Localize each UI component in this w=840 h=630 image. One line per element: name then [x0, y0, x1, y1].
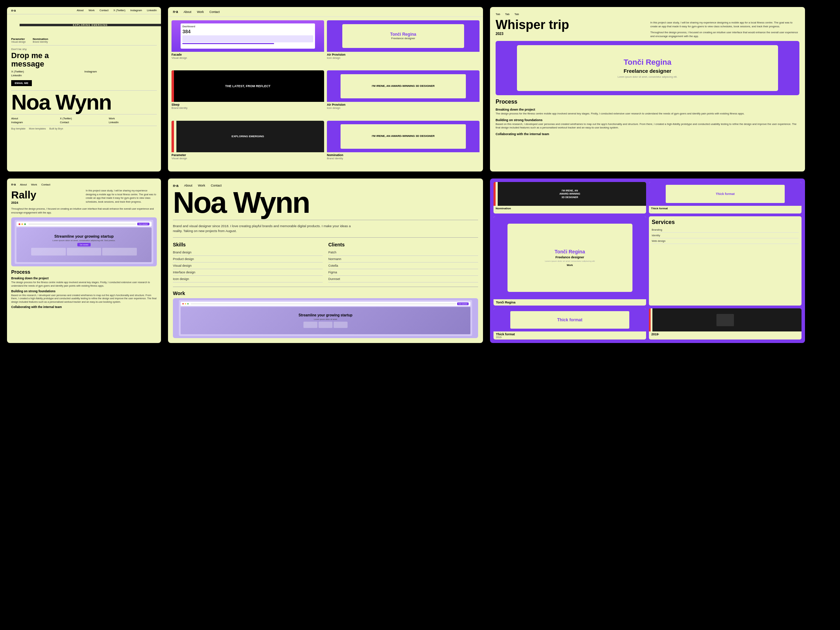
card1-nav-instagram[interactable]: Instagram	[130, 9, 142, 12]
noa-ss-1	[303, 322, 317, 328]
rally-desc-2: Throughout the design process, I focused…	[11, 207, 157, 215]
thumb-services[interactable]: Services Branding Identity Web design	[649, 216, 802, 306]
screen-nomination[interactable]: I'M IRENE, AN AWARD-WINNING 3D DESIGNER …	[327, 121, 480, 168]
rally-ss-row	[31, 248, 137, 256]
screen-facade[interactable]: Dashboard 384 Facade Visual design	[172, 20, 324, 68]
whisper-desc-right: In this project case study, I will be sh…	[650, 19, 799, 38]
param-yellow	[174, 121, 177, 152]
thumb-row-2: Tonči Regina Freelance designer Lorem ip…	[494, 216, 802, 306]
whisper-mock-role: Freelance designer	[624, 68, 672, 74]
rally-mockup: Get started Streamline your growing star…	[11, 217, 157, 266]
contact-section: Don't be shy Drop me a message X (Twitte…	[7, 46, 161, 90]
clients-column: Clients Patch Normann Cotella Figma Dunn…	[328, 242, 478, 283]
thumb-thick-big[interactable]: Thick format Thick format 2019·	[494, 308, 646, 339]
card2-nav-about[interactable]: About	[183, 10, 191, 14]
browser-cta: Get started	[137, 223, 150, 226]
thumb-dark-small[interactable]: 2019·	[649, 308, 802, 339]
card1-nav-linkedin[interactable]: LinkedIn	[147, 9, 157, 12]
services-big-title: Services	[652, 219, 799, 226]
param-preview: EXPLORING EMERGING	[172, 121, 324, 152]
more-templates[interactable]: More templates	[29, 127, 46, 130]
card1-nav-contact[interactable]: Contact	[99, 9, 109, 12]
noa-divider-2	[173, 237, 478, 238]
service-item-2: Identity	[652, 233, 799, 238]
card3-nav-item2[interactable]: Tab	[505, 13, 510, 16]
noa-url-bar	[191, 303, 456, 305]
thumb-tonci-big[interactable]: Tonči Regina Freelance designer Lorem ip…	[494, 216, 646, 306]
card1-nav-twitter[interactable]: X (Twitter)	[114, 9, 125, 12]
screens-grid: Dashboard 384 Facade Visual design	[168, 17, 483, 172]
rally-nav-contact[interactable]: Contact	[41, 183, 51, 186]
footer-contact[interactable]: Contact	[60, 121, 108, 124]
browser-url-bar	[28, 223, 136, 225]
whisper-process-item-3: Collaborating with the internal team	[496, 132, 799, 136]
skill-visual: Visual design	[173, 262, 323, 269]
air-label-2: Air Provision	[327, 103, 480, 106]
rally-breakdown-desc: The design process for the fitness centr…	[11, 281, 157, 288]
card2-nav-work[interactable]: Work	[197, 10, 204, 14]
exploring-label: EXPLORING EMERGING	[73, 24, 107, 26]
footer-x[interactable]: X (Twitter)	[60, 117, 108, 120]
skills-column: Skills Brand design Product design Visua…	[173, 242, 323, 283]
tonci-name: Tonči Regina	[555, 249, 585, 254]
screen-parameter[interactable]: EXPLORING EMERGING Parameter Visual desi…	[172, 121, 324, 168]
thumb-nomination[interactable]: I'M IRENE, ANAWARD-WINNING3D DESIGNER No…	[494, 182, 646, 213]
badge-nomination-title: Nomination	[33, 38, 48, 41]
thick-big-label: Thick format	[496, 333, 644, 336]
thick-thumb-label: Thick format	[651, 207, 799, 210]
buy-template[interactable]: Buy template	[11, 127, 25, 130]
thick-thumb-preview: Thick format	[649, 182, 802, 206]
air-text-2: I'M IRENE, AN AWARD-WINNING 3D DESIGNER	[372, 84, 435, 88]
thick-thumb-sub: ·	[651, 210, 799, 212]
thick-thumb-labels: Thick format ·	[649, 206, 802, 213]
screen-air-provision-2[interactable]: I'M IRENE, AN AWARD-WINNING 3D DESIGNER …	[327, 70, 480, 118]
screen-air-provision-1[interactable]: Tonči Regina Freelance designer Air Prov…	[327, 20, 480, 68]
card-noa-wynn-portfolio: n·a About Work Contact Noa Wynn Brand an…	[168, 178, 483, 343]
rally-nav-work[interactable]: Work	[31, 183, 37, 186]
rally-desc-1: In this project case study, I will be sh…	[86, 189, 157, 204]
rally-cta-btn[interactable]: Get started	[77, 243, 91, 246]
social-linkedin[interactable]: LinkedIn	[11, 74, 84, 77]
service-item-1: Branding	[652, 227, 799, 233]
footer-about[interactable]: About	[11, 117, 59, 120]
badge-parameter: Parameter Visual design	[11, 38, 26, 43]
rally-nav-logo: n·a	[11, 183, 16, 186]
card1-nav-work[interactable]: Work	[88, 9, 95, 12]
card2-nav-contact[interactable]: Contact	[209, 10, 219, 14]
air-preview-2: I'M IRENE, AN AWARD-WINNING 3D DESIGNER	[327, 70, 480, 102]
rally-header-grid: Rally 2024 In this project case study, I…	[11, 189, 157, 204]
card1-nav: n·a About Work Contact X (Twitter) Insta…	[7, 7, 161, 14]
browser-dot-green	[24, 223, 26, 225]
thumb-row-3: Thick format Thick format 2019·	[494, 308, 802, 339]
skill-brand: Brand design	[173, 249, 323, 256]
card-whisper-trip: Tab Tab Tab Whisper trip 2023 In this pr…	[490, 7, 805, 172]
nom-thumb-labels: Nomination ·	[494, 206, 646, 213]
footer-work[interactable]: Work	[109, 117, 157, 120]
thick-big-inner: Thick format	[510, 311, 629, 328]
nom-sublabel: Brand Identity	[327, 157, 480, 160]
thumb-thick-format[interactable]: Thick format Thick format ·	[649, 182, 802, 213]
work-title: Work	[173, 291, 478, 296]
rally-hero-area: Streamline your growing startup Lorem ip…	[16, 227, 151, 262]
card3-nav-item1[interactable]: Tab	[496, 13, 500, 16]
main-grid: n·a About Work Contact X (Twitter) Insta…	[0, 0, 840, 630]
footer-instagram[interactable]: Instagram	[11, 121, 59, 124]
email-button[interactable]: EMAIL ME	[11, 80, 32, 86]
screen-sleep[interactable]: THE LATEST, FROM REFLECT Sleep Brand ide…	[172, 70, 324, 118]
card3-nav-item3[interactable]: Tab	[515, 13, 519, 16]
social-twitter[interactable]: X (Twitter)	[11, 70, 84, 73]
sleep-text: THE LATEST, FROM REFLECT	[222, 84, 273, 88]
client-figma: Figma	[328, 269, 478, 276]
card1-nav-about[interactable]: About	[77, 9, 84, 12]
rally-nav-about[interactable]: About	[20, 183, 27, 186]
social-instagram[interactable]: Instagram	[84, 70, 157, 73]
tonci-big-preview: Tonči Regina Freelance designer Lorem ip…	[494, 216, 646, 299]
whisper-building-desc: Based on this research, I developed user…	[496, 123, 799, 130]
footer-linkedin[interactable]: LinkedIn	[109, 121, 157, 124]
browser-dot-red	[19, 223, 20, 225]
client-dunnset: Dunnset	[328, 276, 478, 283]
rally-collab-title: Collaborating with the internal team	[11, 305, 157, 309]
noa-bio: Brand and visual designer since 2018. I …	[173, 224, 355, 234]
divider-3	[11, 114, 157, 114]
facade-sublabel: Visual design	[172, 56, 324, 60]
